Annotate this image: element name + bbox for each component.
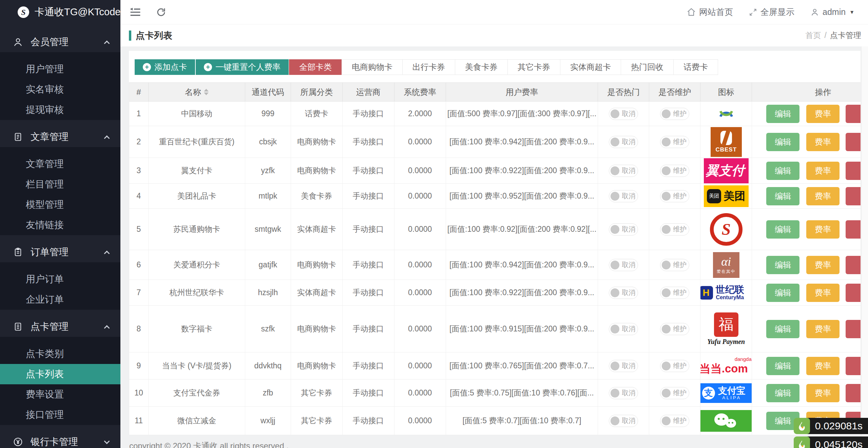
delete-button[interactable] — [846, 133, 861, 151]
sidebar-subitem-点卡类别[interactable]: 点卡类别 — [0, 344, 120, 364]
tab-热门回收[interactable]: 热门回收 — [621, 59, 674, 75]
maintain-toggle[interactable]: 维护 — [660, 259, 689, 271]
edit-button[interactable]: 编辑 — [766, 105, 799, 123]
hot-toggle[interactable]: 取消 — [609, 108, 638, 120]
sidebar-subitem-企业订单[interactable]: 企业订单 — [0, 289, 120, 310]
sidebar-subitem-点卡列表[interactable]: 点卡列表 — [0, 364, 120, 384]
edit-button[interactable]: 编辑 — [766, 187, 799, 205]
delete-button[interactable] — [846, 162, 861, 180]
delete-button[interactable] — [846, 105, 861, 123]
tab-全部卡类[interactable]: 全部卡类 — [289, 59, 342, 75]
maintain-toggle[interactable]: 维护 — [660, 108, 689, 120]
trace-badge-2[interactable]: 0.045120s — [794, 436, 868, 448]
sidebar-item-订单管理[interactable]: 订单管理 — [0, 242, 120, 262]
toggle-label: 维护 — [673, 137, 687, 146]
toggle-knob — [611, 166, 619, 175]
rate-button[interactable]: 费率 — [806, 133, 840, 151]
reset-personal-rate-button[interactable]: + 一键重置个人费率 — [196, 59, 289, 75]
sidebar-subitem-文章管理[interactable]: 文章管理 — [0, 154, 120, 174]
tab-电商购物卡[interactable]: 电商购物卡 — [342, 59, 403, 75]
hot-toggle[interactable]: 取消 — [609, 287, 638, 299]
maintain-toggle[interactable]: 维护 — [660, 360, 689, 372]
toggle-label: 维护 — [673, 416, 687, 425]
maintain-toggle[interactable]: 维护 — [660, 323, 689, 335]
rate-button[interactable]: 费率 — [806, 256, 840, 274]
toggle-knob — [662, 192, 671, 201]
sidebar-subitem-模型管理[interactable]: 模型管理 — [0, 195, 120, 215]
sidebar-item-点卡管理[interactable]: 点卡管理 — [0, 317, 120, 337]
edit-button[interactable]: 编辑 — [766, 162, 799, 180]
rate-button[interactable]: 费率 — [806, 105, 840, 123]
tab-实体商超卡[interactable]: 实体商超卡 — [560, 59, 621, 75]
sidebar-subitem-用户管理[interactable]: 用户管理 — [0, 59, 120, 79]
rate-button[interactable]: 费率 — [806, 384, 840, 402]
hot-toggle[interactable]: 取消 — [609, 165, 638, 177]
breadcrumb-home-link[interactable]: 首页 — [806, 30, 821, 41]
delete-button[interactable] — [846, 320, 861, 338]
fullscreen-button[interactable]: 全屏显示 — [749, 6, 794, 18]
add-card-button[interactable]: + 添加点卡 — [135, 59, 195, 75]
rate-button[interactable]: 费率 — [806, 220, 840, 239]
edit-button[interactable]: 编辑 — [766, 357, 799, 375]
maintain-toggle[interactable]: 维护 — [660, 165, 689, 177]
edit-button[interactable]: 编辑 — [766, 320, 799, 338]
delete-button[interactable] — [846, 256, 861, 274]
sidebar-item-文章管理[interactable]: 文章管理 — [0, 127, 120, 147]
edit-button[interactable]: 编辑 — [766, 220, 799, 239]
site-home-link[interactable]: 网站首页 — [687, 6, 733, 18]
user-menu[interactable]: admin ▼ — [810, 7, 854, 17]
bank-icon — [13, 437, 23, 447]
refresh-icon[interactable] — [156, 7, 166, 17]
tab-其它卡券[interactable]: 其它卡券 — [507, 59, 560, 75]
hot-toggle[interactable]: 取消 — [609, 136, 638, 148]
maintain-toggle[interactable]: 维护 — [660, 223, 689, 236]
toolbar: + 添加点卡 + 一键重置个人费率 全部卡类电商购物卡出行卡券美食卡券其它卡券实… — [135, 59, 861, 75]
tab-美食卡券[interactable]: 美食卡券 — [455, 59, 508, 75]
rate-button[interactable]: 费率 — [806, 284, 840, 302]
hot-toggle[interactable]: 取消 — [609, 259, 638, 271]
maintain-toggle[interactable]: 维护 — [660, 190, 689, 202]
sidebar-item-银行卡管理[interactable]: 银行卡管理 — [0, 432, 120, 448]
rate-button[interactable]: 费率 — [806, 187, 840, 205]
hot-toggle[interactable]: 取消 — [609, 415, 638, 427]
sidebar-subitem-费率设置[interactable]: 费率设置 — [0, 384, 120, 405]
edit-button[interactable]: 编辑 — [766, 284, 799, 302]
tab-出行卡券[interactable]: 出行卡券 — [402, 59, 455, 75]
sidebar-subitem-接口管理[interactable]: 接口管理 — [0, 405, 120, 425]
hot-toggle[interactable]: 取消 — [609, 360, 638, 372]
maintain-toggle[interactable]: 维护 — [660, 136, 689, 148]
rate-button[interactable]: 费率 — [806, 162, 840, 180]
maintain-toggle[interactable]: 维护 — [660, 287, 689, 299]
sort-icon[interactable] — [204, 89, 209, 95]
delete-button[interactable] — [846, 284, 861, 302]
delete-button[interactable] — [846, 357, 861, 375]
hot-toggle[interactable]: 取消 — [609, 323, 638, 335]
maintain-toggle[interactable]: 维护 — [660, 415, 689, 427]
sidebar-submenu: 点卡类别点卡列表费率设置接口管理 — [0, 337, 120, 425]
edit-button[interactable]: 编辑 — [766, 133, 799, 151]
edit-button[interactable]: 编辑 — [766, 256, 799, 274]
rate-button[interactable]: 费率 — [806, 357, 840, 375]
cell-index: 5 — [129, 209, 149, 250]
sidebar-subitem-友情链接[interactable]: 友情链接 — [0, 215, 120, 235]
hot-toggle[interactable]: 取消 — [609, 387, 638, 399]
rate-button[interactable]: 费率 — [806, 320, 840, 338]
topbar-right: 网站首页 全屏显示 admin ▼ — [687, 6, 854, 18]
toggle-label: 取消 — [622, 137, 635, 146]
sidebar-subitem-用户订单[interactable]: 用户订单 — [0, 269, 120, 289]
sidebar-item-会员管理[interactable]: 会员管理 — [0, 32, 120, 52]
trace-badge-1[interactable]: 0.029081s — [794, 418, 868, 434]
delete-button[interactable] — [846, 220, 861, 239]
collapse-menu-icon[interactable] — [130, 7, 141, 17]
hot-toggle[interactable]: 取消 — [609, 223, 638, 236]
delete-button[interactable] — [846, 384, 861, 402]
sidebar-subitem-栏目管理[interactable]: 栏目管理 — [0, 174, 120, 195]
edit-button[interactable]: 编辑 — [766, 384, 799, 402]
hot-toggle[interactable]: 取消 — [609, 190, 638, 202]
delete-button[interactable] — [846, 187, 861, 205]
sidebar-subitem-提现审核[interactable]: 提现审核 — [0, 100, 120, 120]
tab-话费卡[interactable]: 话费卡 — [673, 59, 718, 75]
maintain-toggle[interactable]: 维护 — [660, 387, 689, 399]
sidebar-subitem-实名审核[interactable]: 实名审核 — [0, 79, 120, 100]
scrollbar-track[interactable] — [861, 46, 868, 448]
